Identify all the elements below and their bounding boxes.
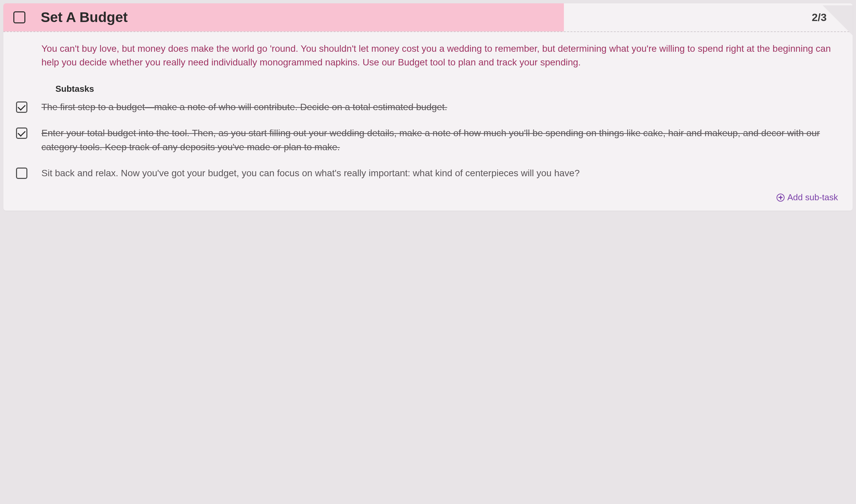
task-card: Set A Budget 2/3 You can't buy love, but… xyxy=(3,3,853,211)
subtask-text: Sit back and relax. Now you've got your … xyxy=(41,166,840,180)
plus-circle-icon xyxy=(777,194,785,202)
add-subtask-button[interactable]: Add sub-task xyxy=(16,192,840,203)
subtask-row: Sit back and relax. Now you've got your … xyxy=(16,166,840,180)
corner-fold xyxy=(823,5,853,35)
subtask-checkbox[interactable] xyxy=(16,167,28,179)
task-description: You can't buy love, but money does make … xyxy=(16,42,840,69)
task-checkbox[interactable] xyxy=(13,11,25,23)
task-header-main: Set A Budget xyxy=(3,3,564,31)
task-header-meta: 2/3 xyxy=(564,5,853,30)
task-header: Set A Budget 2/3 xyxy=(3,3,853,31)
subtask-text: The first step to a budget—make a note o… xyxy=(41,100,840,114)
subtask-checkbox[interactable] xyxy=(16,127,28,139)
subtasks-section: Subtasks The first step to a budget—make… xyxy=(16,84,840,203)
subtask-row: The first step to a budget—make a note o… xyxy=(16,100,840,114)
task-body: You can't buy love, but money does make … xyxy=(3,32,853,211)
subtask-text: Enter your total budget into the tool. T… xyxy=(41,126,840,154)
add-subtask-label: Add sub-task xyxy=(787,192,838,203)
task-title: Set A Budget xyxy=(41,10,128,25)
subtasks-heading: Subtasks xyxy=(55,84,840,94)
subtask-row: Enter your total budget into the tool. T… xyxy=(16,126,840,154)
subtask-checkbox[interactable] xyxy=(16,102,28,113)
